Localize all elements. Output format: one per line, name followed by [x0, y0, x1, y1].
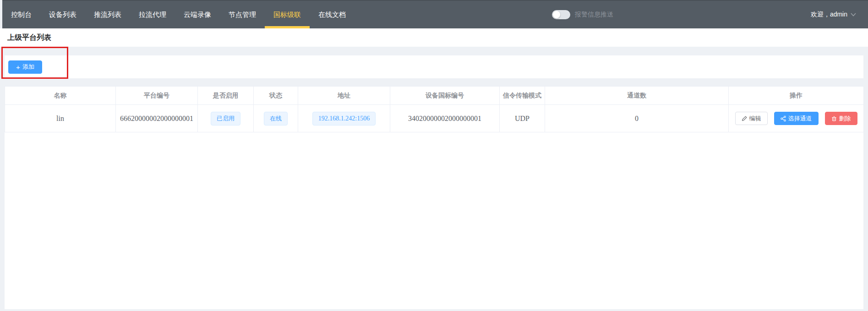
nav-spacer: [355, 1, 552, 28]
edit-button[interactable]: 编辑: [735, 112, 768, 125]
nav-item-online-docs[interactable]: 在线文档: [310, 1, 355, 28]
plus-icon: +: [16, 64, 20, 71]
trash-icon: [831, 116, 837, 121]
table-header-row: 名称 平台编号 是否启用 状态 地址 设备国标编号 信令传输模式 通道数 操作: [5, 87, 864, 105]
table-row: lin 66620000002000000001 已启用 在线 192.168.…: [5, 105, 864, 132]
cell-operations: 编辑: [729, 105, 864, 132]
nav-item-push-stream-list[interactable]: 推流列表: [85, 1, 130, 28]
cell-transport-mode: UDP: [500, 105, 545, 132]
column-header-channel-count: 通道数: [545, 87, 729, 105]
address-badge: 192.168.1.242:1506: [312, 112, 376, 125]
nav-item-label: 设备列表: [49, 11, 76, 19]
cell-name: lin: [5, 105, 116, 132]
nav-item-cloud-record[interactable]: 云端录像: [175, 1, 220, 28]
chevron-down-icon: [851, 13, 856, 16]
enabled-badge: 已启用: [211, 112, 240, 125]
delete-button-label: 删除: [839, 115, 851, 123]
user-menu[interactable]: 欢迎，admin: [811, 1, 868, 28]
cell-channel-count: 0: [545, 105, 729, 132]
cell-address: 192.168.1.242:1506: [298, 105, 390, 132]
cell-enabled: 已启用: [198, 105, 254, 132]
nav-item-label: 拉流代理: [139, 11, 166, 19]
column-header-operations: 操作: [729, 87, 864, 105]
column-header-transport-mode: 信令传输模式: [500, 87, 545, 105]
share-icon: [781, 116, 786, 121]
alarm-push-group: 报警信息推送: [552, 1, 613, 28]
alarm-push-toggle[interactable]: [552, 10, 570, 19]
column-header-name: 名称: [5, 87, 116, 105]
select-channel-button-label: 选择通道: [788, 115, 812, 123]
alarm-push-label: 报警信息推送: [575, 11, 613, 19]
nav-item-label: 推流列表: [94, 11, 121, 19]
add-button[interactable]: + 添加: [8, 60, 42, 74]
nav-item-label: 控制台: [11, 11, 32, 19]
add-button-label: 添加: [22, 63, 34, 71]
column-header-status: 状态: [254, 87, 298, 105]
cell-status: 在线: [254, 105, 298, 132]
column-header-platform-id: 平台编号: [116, 87, 198, 105]
pencil-icon: [742, 116, 747, 121]
nav-item-label: 国标级联: [273, 11, 301, 19]
select-channel-button[interactable]: 选择通道: [774, 112, 819, 125]
delete-button[interactable]: 删除: [825, 112, 857, 125]
nav-item-label: 节点管理: [229, 11, 256, 19]
nav-spacer: [613, 1, 811, 28]
toggle-knob: [553, 11, 560, 18]
nav-item-node-management[interactable]: 节点管理: [220, 1, 265, 28]
cell-device-gb-id: 34020000002000000001: [390, 105, 500, 132]
column-header-address: 地址: [298, 87, 390, 105]
cell-platform-id: 66620000002000000001: [116, 105, 198, 132]
edit-button-label: 编辑: [749, 115, 761, 123]
column-header-device-gb-id: 设备国标编号: [390, 87, 500, 105]
page-title: 上级平台列表: [7, 33, 51, 43]
welcome-text: 欢迎，admin: [811, 11, 847, 19]
toolbar-panel: + 添加: [5, 55, 863, 78]
column-header-enabled: 是否启用: [198, 87, 254, 105]
nav-item-gb-cascade[interactable]: 国标级联: [265, 1, 310, 28]
platform-table-panel: 名称 平台编号 是否启用 状态 地址 设备国标编号 信令传输模式 通道数 操作 …: [5, 86, 863, 309]
platform-table: 名称 平台编号 是否启用 状态 地址 设备国标编号 信令传输模式 通道数 操作 …: [5, 86, 864, 132]
nav-item-console[interactable]: 控制台: [2, 1, 40, 28]
nav-item-device-list[interactable]: 设备列表: [40, 1, 85, 28]
nav-item-pull-proxy[interactable]: 拉流代理: [130, 1, 175, 28]
nav-item-label: 在线文档: [318, 11, 346, 19]
top-navbar: 控制台 设备列表 推流列表 拉流代理 云端录像 节点管理 国标级联 在线文档 报…: [2, 0, 868, 28]
status-badge: 在线: [264, 112, 288, 125]
title-bar: 上级平台列表: [0, 28, 868, 47]
nav-item-label: 云端录像: [184, 11, 211, 19]
